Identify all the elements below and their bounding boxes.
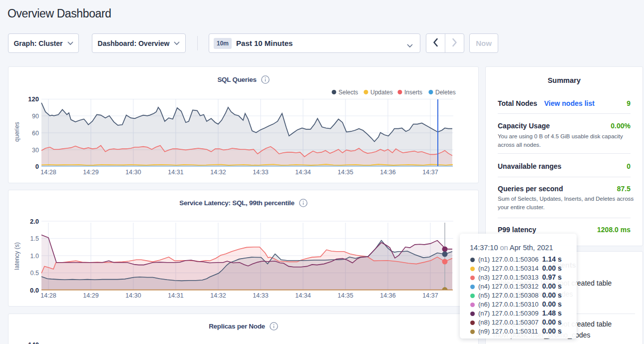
svg-text:140: 140 [28, 341, 39, 344]
